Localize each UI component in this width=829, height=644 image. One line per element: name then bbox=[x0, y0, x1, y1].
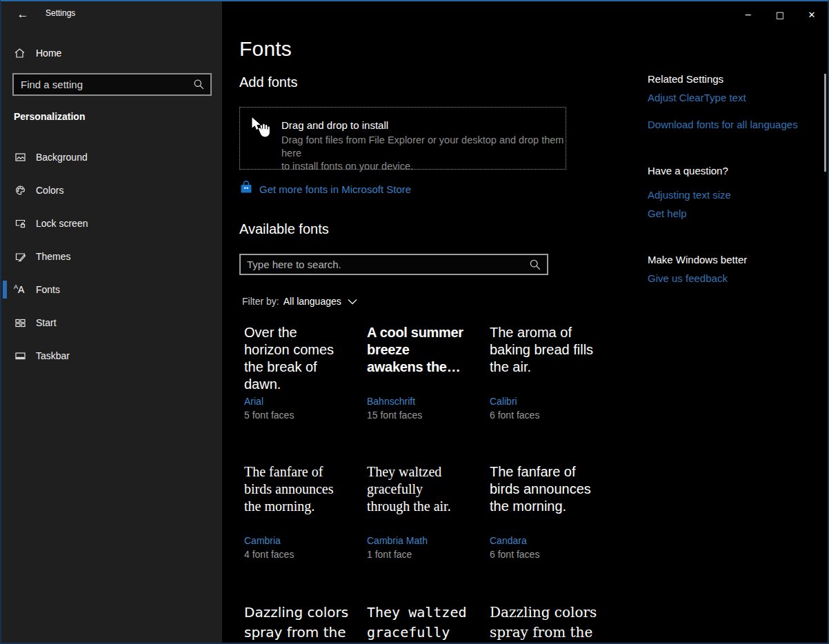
settings-window: ← Settings Home Personalization Backgrou… bbox=[0, 0, 829, 644]
background-icon bbox=[14, 152, 26, 163]
font-tile-consolas[interactable]: They waltzed gracefully through the bbox=[367, 603, 490, 644]
sidebar-nav: Background Colors Lock screen Themes bbox=[1, 141, 222, 372]
sidebar-item-label: Start bbox=[36, 317, 57, 328]
sidebar-item-home[interactable]: Home bbox=[1, 43, 222, 63]
filter-value: All languages bbox=[283, 296, 341, 307]
related-settings-heading: Related Settings bbox=[648, 73, 723, 85]
sidebar-item-label: Colors bbox=[36, 185, 63, 196]
store-link-row[interactable]: Get more fonts in Microsoft Store bbox=[239, 181, 411, 197]
window-controls: − □ ✕ bbox=[732, 1, 828, 28]
font-preview: A cool summer breeze awakens the… bbox=[367, 324, 483, 376]
font-preview: They waltzed gracefully through the bbox=[367, 603, 483, 644]
sidebar-item-label: Fonts bbox=[36, 284, 60, 295]
sidebar-item-fonts[interactable]: AA Fonts bbox=[1, 273, 222, 306]
sidebar-item-background[interactable]: Background bbox=[1, 141, 222, 174]
vertical-scrollbar-thumb[interactable] bbox=[824, 74, 826, 172]
palette-icon bbox=[14, 185, 26, 196]
font-preview: They waltzed gracefully through the air. bbox=[367, 463, 483, 515]
lock-screen-icon bbox=[14, 218, 26, 229]
store-link[interactable]: Get more fonts in Microsoft Store bbox=[259, 183, 411, 195]
font-preview: Dazzling colors spray from the bbox=[244, 603, 360, 643]
font-tile-calibri[interactable]: The aroma of baking bread fills the air.… bbox=[490, 324, 612, 463]
sidebar-item-label: Home bbox=[36, 48, 61, 59]
back-button[interactable]: ← bbox=[11, 4, 34, 25]
minimize-button[interactable]: − bbox=[732, 1, 764, 28]
font-tile-constantia[interactable]: Dazzling colors spray from the bbox=[490, 603, 612, 644]
home-icon bbox=[14, 48, 26, 59]
font-tile-arial[interactable]: Over the horizon comes the break of dawn… bbox=[244, 324, 367, 463]
font-name-link[interactable]: Cambria bbox=[244, 535, 281, 546]
font-preview: The fanfare of birds announces the morni… bbox=[244, 463, 360, 515]
chevron-down-icon bbox=[348, 299, 357, 305]
sidebar-item-lock-screen[interactable]: Lock screen bbox=[1, 207, 222, 240]
start-icon bbox=[14, 317, 26, 328]
font-faces-count: 15 font faces bbox=[367, 410, 422, 421]
font-faces-count: 5 font faces bbox=[244, 410, 294, 421]
font-search-input[interactable] bbox=[241, 255, 547, 274]
available-fonts-heading: Available fonts bbox=[239, 221, 329, 237]
dropzone-description: Drag font files from File Explorer or yo… bbox=[281, 134, 566, 173]
font-faces-count: 6 font faces bbox=[490, 549, 539, 560]
sidebar-section-personalization: Personalization bbox=[14, 111, 85, 122]
find-setting-input[interactable] bbox=[14, 74, 210, 94]
page-title: Fonts bbox=[239, 37, 292, 61]
search-icon bbox=[529, 259, 541, 274]
give-us-feedback-link[interactable]: Give us feedback bbox=[648, 272, 728, 284]
get-help-link[interactable]: Get help bbox=[648, 208, 687, 219]
font-name-link[interactable]: Arial bbox=[244, 396, 263, 407]
language-filter[interactable]: Filter by: All languages bbox=[242, 296, 357, 307]
font-searchbox[interactable] bbox=[239, 254, 548, 275]
sidebar-item-taskbar[interactable]: Taskbar bbox=[1, 339, 222, 372]
font-preview: Over the horizon comes the break of dawn… bbox=[244, 324, 360, 393]
font-faces-count: 4 font faces bbox=[244, 549, 294, 560]
filter-label: Filter by: bbox=[242, 296, 279, 307]
font-faces-count: 1 font face bbox=[367, 549, 412, 560]
font-tile-cambria-math[interactable]: They waltzed gracefully through the air.… bbox=[367, 463, 490, 603]
app-title: Settings bbox=[46, 8, 75, 18]
font-faces-count: 6 font faces bbox=[490, 410, 539, 421]
font-tile-grid: Over the horizon comes the break of dawn… bbox=[244, 324, 612, 644]
sidebar-item-label: Themes bbox=[36, 251, 71, 262]
find-setting-searchbox[interactable] bbox=[12, 73, 212, 96]
themes-icon bbox=[14, 251, 26, 262]
adjusting-text-size-link[interactable]: Adjusting text size bbox=[648, 189, 731, 201]
sidebar-item-start[interactable]: Start bbox=[1, 306, 222, 339]
drag-drop-zone[interactable]: Drag and drop to install Drag font files… bbox=[239, 107, 566, 170]
font-name-link[interactable]: Candara bbox=[490, 535, 527, 546]
selected-accent-bar bbox=[3, 281, 7, 299]
font-tile-bahnschrift[interactable]: A cool summer breeze awakens the… Bahnsc… bbox=[367, 324, 490, 463]
sidebar-item-themes[interactable]: Themes bbox=[1, 240, 222, 273]
add-fonts-heading: Add fonts bbox=[239, 74, 298, 90]
font-preview: The fanfare of birds announces the morni… bbox=[490, 463, 606, 515]
close-button[interactable]: ✕ bbox=[796, 1, 828, 28]
dropzone-desc-line2: to install fonts on your device. bbox=[281, 160, 566, 173]
font-name-link[interactable]: Calibri bbox=[490, 396, 517, 407]
drag-hand-icon bbox=[249, 116, 274, 143]
dropzone-desc-line1: Drag font files from File Explorer or yo… bbox=[281, 134, 566, 160]
make-windows-better-heading: Make Windows better bbox=[648, 254, 747, 265]
microsoft-store-icon bbox=[239, 181, 253, 197]
font-name-link[interactable]: Cambria Math bbox=[367, 535, 428, 546]
sidebar-item-label: Background bbox=[36, 152, 88, 163]
font-tile-cambria[interactable]: The fanfare of birds announces the morni… bbox=[244, 463, 367, 603]
sidebar-item-label: Taskbar bbox=[36, 350, 70, 361]
font-name-link[interactable]: Bahnschrift bbox=[367, 396, 415, 407]
adjust-cleartype-link[interactable]: Adjust ClearType text bbox=[648, 92, 746, 103]
download-fonts-link[interactable]: Download fonts for all languages bbox=[648, 119, 798, 130]
font-tile-candara[interactable]: The fanfare of birds announces the morni… bbox=[490, 463, 612, 603]
sidebar: ← Settings Home Personalization Backgrou… bbox=[1, 1, 222, 643]
maximize-button[interactable]: □ bbox=[764, 1, 796, 28]
fonts-icon: AA bbox=[14, 284, 26, 295]
taskbar-icon bbox=[14, 350, 26, 361]
sidebar-item-colors[interactable]: Colors bbox=[1, 174, 222, 207]
dropzone-title: Drag and drop to install bbox=[281, 119, 388, 131]
search-icon bbox=[193, 79, 205, 93]
font-tile-comic[interactable]: Dazzling colors spray from the bbox=[244, 603, 367, 644]
have-a-question-heading: Have a question? bbox=[648, 165, 728, 177]
sidebar-item-label: Lock screen bbox=[36, 218, 88, 229]
font-preview: The aroma of baking bread fills the air. bbox=[490, 324, 606, 376]
font-preview: Dazzling colors spray from the bbox=[490, 603, 606, 643]
